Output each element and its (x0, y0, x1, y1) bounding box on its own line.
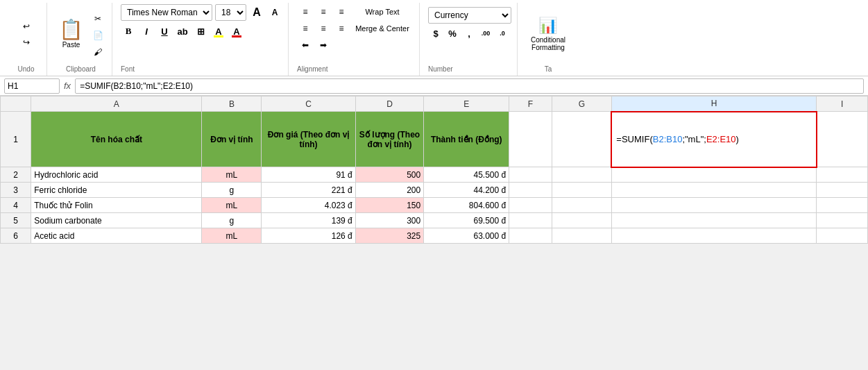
merge-center-button[interactable]: Merge & Center (351, 21, 414, 36)
bold-button[interactable]: B (121, 24, 136, 39)
wrap-text-button[interactable]: Wrap Text (351, 4, 414, 19)
cell-f5[interactable] (509, 213, 552, 228)
font-color-button[interactable]: A (229, 24, 244, 39)
cell-h3[interactable] (611, 183, 816, 198)
font-grow-button[interactable]: A (249, 5, 264, 20)
cell-e2[interactable]: 45.500 đ (424, 167, 509, 183)
cell-f3[interactable] (509, 183, 552, 198)
cell-h2[interactable] (611, 167, 816, 183)
cell-b2[interactable]: mL (202, 167, 262, 183)
cell-g6[interactable] (552, 228, 611, 244)
currency-button[interactable]: $ (428, 26, 443, 41)
cell-f1[interactable] (509, 112, 552, 167)
indent-right-button[interactable]: ➡ (315, 37, 332, 53)
cell-c3[interactable]: 221 đ (262, 183, 355, 198)
cell-g2[interactable] (552, 167, 611, 183)
cell-a1[interactable]: Tên hóa chất (31, 112, 202, 167)
cell-i6[interactable] (817, 228, 868, 244)
col-header-i[interactable]: I (817, 96, 868, 112)
cell-e1[interactable]: Thành tiền (Đồng) (424, 112, 509, 167)
undo-button[interactable]: ↩ (18, 19, 35, 34)
cell-d2[interactable]: 500 (355, 167, 423, 183)
conditional-formatting-label: ConditionalFormatting (531, 36, 565, 51)
cell-h1[interactable]: =SUMIF(B2:B10;"mL";E2:E10) (611, 112, 816, 167)
cell-f6[interactable] (509, 228, 552, 244)
cell-d1[interactable]: Số lượng (Theo đơn vị tính) (355, 112, 423, 167)
conditional-formatting-button[interactable]: 📊 ConditionalFormatting (527, 13, 569, 55)
cell-d6[interactable]: 325 (355, 228, 423, 244)
cell-h5[interactable] (611, 213, 816, 228)
cell-h6[interactable] (611, 228, 816, 244)
cell-a4[interactable]: Thuốc thử Folin (31, 198, 202, 213)
align-left-button[interactable]: ≡ (297, 21, 314, 36)
col-header-f[interactable]: F (509, 96, 552, 112)
decimal-decrease-button[interactable]: .0 (495, 26, 510, 41)
cell-d5[interactable]: 300 (355, 213, 423, 228)
col-header-a[interactable]: A (31, 96, 202, 112)
align-center-button[interactable]: ≡ (315, 21, 332, 36)
cell-c5[interactable]: 139 đ (262, 213, 355, 228)
font-name-select[interactable]: Times New Roman (121, 4, 212, 21)
formula-input[interactable] (75, 78, 864, 94)
font-size-select[interactable]: 18 (215, 4, 246, 21)
border-button[interactable]: ⊞ (193, 24, 208, 39)
paste-button[interactable]: 📋 Paste (56, 16, 87, 52)
cell-b3[interactable]: g (202, 183, 262, 198)
cell-f4[interactable] (509, 198, 552, 213)
cell-g3[interactable] (552, 183, 611, 198)
cut-button[interactable]: ✂ (90, 11, 106, 26)
cell-f2[interactable] (509, 167, 552, 183)
cell-e4[interactable]: 804.600 đ (424, 198, 509, 213)
italic-button[interactable]: I (139, 24, 154, 39)
cell-i1[interactable] (817, 112, 868, 167)
copy-button[interactable]: 📄 (90, 28, 106, 43)
cell-i5[interactable] (817, 213, 868, 228)
decimal-increase-button[interactable]: .00 (478, 26, 493, 41)
cell-c4[interactable]: 4.023 đ (262, 198, 355, 213)
align-top-center-button[interactable]: ≡ (315, 4, 332, 19)
comma-button[interactable]: , (461, 26, 477, 41)
cell-h4[interactable] (611, 198, 816, 213)
align-top-right-button[interactable]: ≡ (333, 4, 350, 19)
underline-button[interactable]: U (157, 24, 172, 39)
cell-g4[interactable] (552, 198, 611, 213)
cell-b1[interactable]: Đơn vị tính (202, 112, 262, 167)
format-painter-button[interactable]: 🖌 (90, 44, 106, 60)
cell-e6[interactable]: 63.000 đ (424, 228, 509, 244)
cell-e5[interactable]: 69.500 đ (424, 213, 509, 228)
redo-button[interactable]: ↪ (18, 35, 35, 50)
cell-b6[interactable]: mL (202, 228, 262, 244)
col-header-c[interactable]: C (262, 96, 355, 112)
col-header-d[interactable]: D (355, 96, 423, 112)
cell-g5[interactable] (552, 213, 611, 228)
col-header-b[interactable]: B (202, 96, 262, 112)
fill-color-button[interactable]: A (211, 24, 226, 39)
cell-b4[interactable]: mL (202, 198, 262, 213)
cell-a2[interactable]: Hydrochloric acid (31, 167, 202, 183)
percent-button[interactable]: % (445, 26, 460, 41)
align-top-left-button[interactable]: ≡ (297, 4, 314, 19)
cell-i2[interactable] (817, 167, 868, 183)
cell-c1[interactable]: Đơn giá (Theo đơn vị tính) (262, 112, 355, 167)
cell-i3[interactable] (817, 183, 868, 198)
col-header-g[interactable]: G (552, 96, 611, 112)
name-box[interactable] (4, 78, 60, 94)
cell-a3[interactable]: Ferric chloride (31, 183, 202, 198)
cell-d3[interactable]: 200 (355, 183, 423, 198)
cell-e3[interactable]: 44.200 đ (424, 183, 509, 198)
cell-i4[interactable] (817, 198, 868, 213)
strikethrough-button[interactable]: ab (175, 24, 190, 39)
cell-g1[interactable] (552, 112, 611, 167)
cell-d4[interactable]: 150 (355, 198, 423, 213)
col-header-h[interactable]: H (611, 96, 816, 112)
cell-a6[interactable]: Acetic acid (31, 228, 202, 244)
indent-left-button[interactable]: ⬅ (297, 37, 314, 53)
col-header-e[interactable]: E (424, 96, 509, 112)
cell-c2[interactable]: 91 đ (262, 167, 355, 183)
number-format-select[interactable]: Currency (428, 7, 511, 24)
cell-a5[interactable]: Sodium carbonate (31, 213, 202, 228)
align-right-button[interactable]: ≡ (333, 21, 350, 36)
cell-b5[interactable]: g (202, 213, 262, 228)
font-shrink-button[interactable]: A (267, 5, 282, 20)
cell-c6[interactable]: 126 đ (262, 228, 355, 244)
